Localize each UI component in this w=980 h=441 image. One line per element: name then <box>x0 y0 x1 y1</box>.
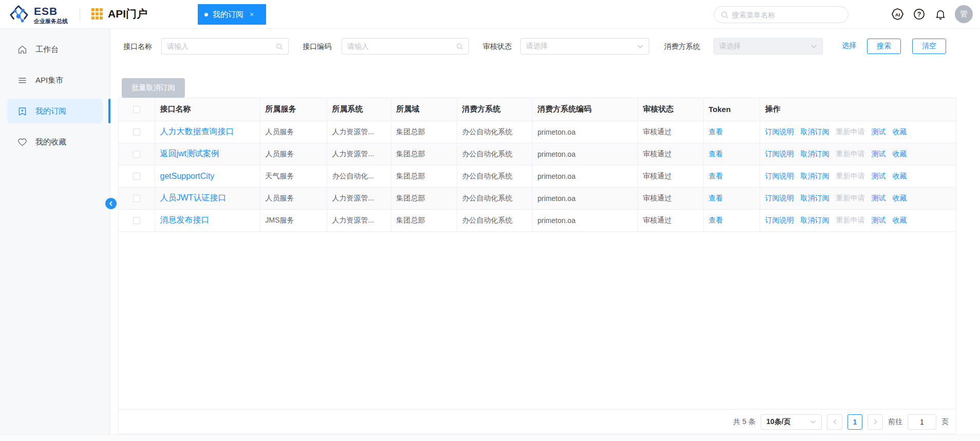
action-test[interactable]: 测试 <box>872 172 886 181</box>
sidebar: 工作台 API集市 我的订阅 我的收藏 <box>0 29 110 434</box>
action-favorite[interactable]: 收藏 <box>893 172 907 181</box>
action-test[interactable]: 测试 <box>872 150 886 159</box>
sidebar-item-api-market[interactable]: API集市 <box>7 68 103 93</box>
token-view-link[interactable]: 查看 <box>709 127 723 136</box>
interface-code-input[interactable] <box>347 42 456 50</box>
menu-search-input[interactable] <box>732 11 842 19</box>
action-favorite[interactable]: 收藏 <box>893 150 907 159</box>
action-test[interactable]: 测试 <box>872 127 886 137</box>
col-consumer-code: 消费方系统编码 <box>532 98 637 121</box>
operations-cell: 订阅说明 取消订阅 重新申请 测试 收藏 <box>760 187 956 209</box>
page-size-select[interactable]: 10条/页 <box>761 414 822 430</box>
system-cell: 人力资源管... <box>327 143 391 165</box>
service-cell: 天气服务 <box>260 165 327 187</box>
consumer-code-cell: primeton.oa <box>532 209 637 231</box>
consumer-cell: 办公自动化系统 <box>457 165 532 187</box>
action-unsubscribe[interactable]: 取消订阅 <box>801 127 830 137</box>
list-icon <box>17 76 27 85</box>
domain-cell: 集团总部 <box>391 187 457 209</box>
col-operations: 操作 <box>760 98 956 121</box>
prev-page-button[interactable] <box>827 414 842 430</box>
consumer-system-select[interactable]: 请选择 <box>713 38 823 54</box>
sidebar-item-my-subscriptions[interactable]: 我的订阅 <box>7 99 103 123</box>
col-domain: 所属域 <box>391 98 457 121</box>
interface-name-link[interactable]: 人力大数据查询接口 <box>160 127 234 136</box>
action-unsubscribe[interactable]: 取消订阅 <box>801 194 830 203</box>
bell-icon[interactable] <box>933 7 948 22</box>
action-reapply[interactable]: 重新申请 <box>836 194 865 203</box>
tab-close-icon[interactable]: × <box>250 10 254 19</box>
search-button[interactable]: 搜索 <box>867 39 901 54</box>
interface-name-input[interactable] <box>167 42 276 50</box>
action-reapply[interactable]: 重新申请 <box>836 216 865 225</box>
interface-name-link[interactable]: 返回jwt测试案例 <box>160 149 220 158</box>
action-test[interactable]: 测试 <box>872 216 886 225</box>
filter-audit-label: 审核状态 <box>483 38 512 54</box>
search-icon <box>721 11 729 19</box>
row-checkbox[interactable] <box>133 151 140 158</box>
action-unsubscribe[interactable]: 取消订阅 <box>801 172 830 181</box>
goto-page-input[interactable] <box>908 414 936 430</box>
table-row: 人员JWT认证接口 人员服务 人力资源管... 集团总部 办公自动化系统 pri… <box>119 187 956 209</box>
consumer-cell: 办公自动化系统 <box>457 209 532 231</box>
clear-button[interactable]: 清空 <box>912 39 946 54</box>
sidebar-item-workbench[interactable]: 工作台 <box>7 37 103 62</box>
token-view-link[interactable]: 查看 <box>709 216 723 224</box>
interface-name-link[interactable]: getSupportCity <box>160 172 215 180</box>
select-all-checkbox[interactable] <box>133 106 140 113</box>
operations-cell: 订阅说明 取消订阅 重新申请 测试 收藏 <box>760 165 956 187</box>
choose-consumer-link[interactable]: 选择 <box>842 41 856 50</box>
chevron-down-icon <box>811 44 817 49</box>
next-page-button[interactable] <box>868 414 883 430</box>
action-favorite[interactable]: 收藏 <box>893 127 907 137</box>
action-subscription-desc[interactable]: 订阅说明 <box>765 127 794 137</box>
service-cell: 人员服务 <box>260 121 327 143</box>
token-view-link[interactable]: 查看 <box>709 194 723 202</box>
action-subscription-desc[interactable]: 订阅说明 <box>765 172 794 181</box>
domain-cell: 集团总部 <box>391 165 457 187</box>
action-reapply[interactable]: 重新申请 <box>836 172 865 181</box>
consumer-code-cell: primeton.oa <box>532 143 637 165</box>
interface-name-link[interactable]: 消息发布接口 <box>160 215 210 224</box>
page-unit-label: 页 <box>941 417 949 427</box>
filter-consumer-label: 消费方系统 <box>664 38 700 54</box>
action-subscription-desc[interactable]: 订阅说明 <box>765 150 794 159</box>
audit-status-cell: 审核通过 <box>637 143 703 165</box>
action-reapply[interactable]: 重新申请 <box>836 127 865 137</box>
table-row: 人力大数据查询接口 人员服务 人力资源管... 集团总部 办公自动化系统 pri… <box>119 121 956 143</box>
app-title-wrap: API门户 <box>91 7 147 21</box>
user-avatar[interactable]: 管 <box>955 5 973 23</box>
token-view-link[interactable]: 查看 <box>709 150 723 158</box>
action-reapply[interactable]: 重新申请 <box>836 150 865 159</box>
action-subscription-desc[interactable]: 订阅说明 <box>765 194 794 203</box>
ai-assistant-icon[interactable]: AI <box>890 7 904 22</box>
interface-name-link[interactable]: 人员JWT认证接口 <box>160 193 227 202</box>
esb-logo: ESB 企业服务总线 <box>8 4 68 27</box>
row-checkbox[interactable] <box>133 195 140 202</box>
system-cell: 人力资源管... <box>327 209 391 231</box>
row-checkbox[interactable] <box>133 217 140 224</box>
sidebar-collapse-toggle[interactable] <box>105 198 117 209</box>
operations-group: 订阅说明 取消订阅 重新申请 测试 收藏 <box>765 194 951 203</box>
row-checkbox[interactable] <box>133 173 140 180</box>
audit-status-select[interactable]: 请选择 <box>520 38 649 54</box>
filter-code-label: 接口编码 <box>303 38 331 54</box>
action-unsubscribe[interactable]: 取消订阅 <box>801 216 830 225</box>
current-page-button[interactable]: 1 <box>847 414 862 430</box>
chevron-down-icon <box>637 44 644 49</box>
token-view-link[interactable]: 查看 <box>709 172 723 180</box>
tab-my-subscriptions[interactable]: 我的订阅 × <box>198 4 266 25</box>
batch-unsubscribe-button[interactable]: 批量取消订阅 <box>122 78 185 98</box>
help-icon[interactable]: ? <box>912 7 926 22</box>
sidebar-item-my-favorites[interactable]: 我的收藏 <box>7 130 103 154</box>
action-unsubscribe[interactable]: 取消订阅 <box>801 150 830 159</box>
action-test[interactable]: 测试 <box>872 194 886 203</box>
row-checkbox[interactable] <box>133 128 140 136</box>
svg-text:?: ? <box>917 11 921 18</box>
interface-name-cell: 消息发布接口 <box>155 209 260 231</box>
action-favorite[interactable]: 收藏 <box>893 194 907 203</box>
row-select-cell <box>119 143 155 165</box>
row-select-cell <box>119 121 155 143</box>
action-subscription-desc[interactable]: 订阅说明 <box>765 216 794 225</box>
action-favorite[interactable]: 收藏 <box>893 216 907 225</box>
